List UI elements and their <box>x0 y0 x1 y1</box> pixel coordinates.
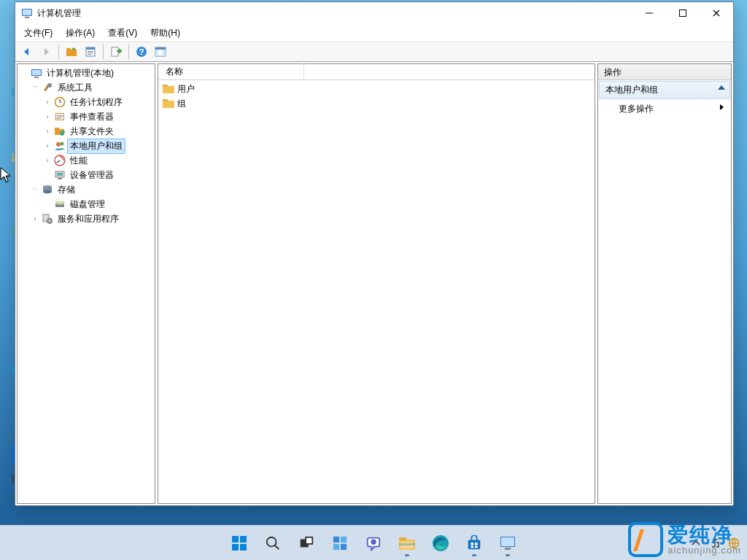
svg-rect-60 <box>341 536 347 542</box>
svg-point-64 <box>371 539 376 544</box>
svg-rect-28 <box>57 118 61 119</box>
svg-rect-4 <box>680 10 686 17</box>
svg-rect-8 <box>86 47 95 50</box>
svg-point-44 <box>55 199 64 202</box>
taskview-button[interactable] <box>292 529 321 558</box>
svg-rect-52 <box>232 536 239 542</box>
computer-mgmt-icon <box>31 67 42 79</box>
column-name[interactable]: 名称 <box>158 63 304 80</box>
tree-root[interactable]: ▸ 计算机管理(本地) <box>18 66 155 80</box>
computer-management-window: 计算机管理 文件(F) 操作(A) 查看(V) 帮助(H) ? <box>15 1 734 506</box>
svg-text:?: ? <box>139 47 144 56</box>
menu-help[interactable]: 帮助(H) <box>144 25 186 42</box>
svg-rect-10 <box>88 52 93 53</box>
svg-rect-54 <box>232 544 239 551</box>
toolbar: ? <box>15 42 733 62</box>
close-button[interactable] <box>700 2 733 24</box>
disk-mgmt-icon <box>54 198 66 210</box>
tree-storage[interactable]: ﹀ 存储 <box>18 182 155 197</box>
column-header-row: 名称 <box>158 64 595 80</box>
tree-disk-mgmt[interactable]: › 磁盘管理 <box>18 197 155 211</box>
svg-rect-16 <box>155 47 166 50</box>
svg-rect-55 <box>240 544 247 551</box>
search-button[interactable] <box>258 529 287 558</box>
tree-system-tools[interactable]: ﹀ 系统工具 <box>18 80 155 95</box>
svg-point-56 <box>267 537 276 546</box>
edge-button[interactable] <box>426 529 455 558</box>
svg-rect-58 <box>306 537 312 543</box>
action-section-title[interactable]: 本地用户和组 <box>599 81 730 99</box>
svg-rect-62 <box>341 543 347 549</box>
list-item-label: 用户 <box>177 83 195 96</box>
svg-point-33 <box>56 142 61 147</box>
svg-rect-3 <box>646 13 653 14</box>
svg-rect-1 <box>23 9 31 15</box>
svg-rect-68 <box>399 543 415 545</box>
svg-rect-72 <box>475 542 478 545</box>
chat-button[interactable] <box>359 529 388 558</box>
event-viewer-icon <box>54 111 66 122</box>
up-button[interactable] <box>63 43 80 61</box>
svg-rect-2 <box>25 17 29 18</box>
watermark: 爱纯净 aichunjing.com <box>628 522 741 557</box>
svg-rect-76 <box>501 537 514 546</box>
shared-folders-icon <box>54 125 66 137</box>
back-button[interactable] <box>18 43 36 61</box>
list-item-groups[interactable]: 组 <box>158 96 595 111</box>
svg-rect-5 <box>66 50 77 56</box>
svg-point-40 <box>43 190 52 193</box>
tree-task-scheduler[interactable]: › 任务计划程序 <box>18 95 155 109</box>
minimize-button[interactable] <box>632 2 666 24</box>
menu-file[interactable]: 文件(F) <box>18 25 58 42</box>
svg-point-32 <box>62 131 65 133</box>
svg-rect-26 <box>57 115 63 116</box>
maximize-button[interactable] <box>666 2 700 24</box>
menu-action[interactable]: 操作(A) <box>60 25 101 42</box>
tree-services-apps[interactable]: › 服务和应用程序 <box>18 211 155 226</box>
svg-rect-12 <box>112 47 118 56</box>
svg-point-34 <box>61 142 64 146</box>
caret-up-icon <box>718 85 725 90</box>
action-pane-header: 操作 <box>598 64 731 80</box>
tree-pane[interactable]: ▸ 计算机管理(本地) ﹀ 系统工具 › 任务计划程序 <box>17 63 155 504</box>
watermark-subtitle: aichunjing.com <box>667 545 741 555</box>
svg-rect-61 <box>333 543 339 549</box>
chevron-right-icon <box>720 104 724 110</box>
titlebar[interactable]: 计算机管理 <box>15 2 733 24</box>
svg-rect-6 <box>66 48 71 50</box>
compmgmt-task-button[interactable] <box>493 529 522 558</box>
content-body[interactable]: 用户 组 <box>158 80 595 503</box>
properties-button[interactable] <box>82 43 99 61</box>
export-button[interactable] <box>107 43 125 61</box>
tree-event-viewer[interactable]: › 事件查看器 <box>18 109 155 124</box>
tree-performance[interactable]: › 性能 <box>18 153 155 168</box>
help-button[interactable]: ? <box>133 43 150 61</box>
store-button[interactable] <box>460 529 489 558</box>
action-more[interactable]: 更多操作 <box>598 100 731 118</box>
svg-rect-51 <box>163 99 168 101</box>
content-pane: 名称 用户 组 <box>158 63 595 504</box>
menu-view[interactable]: 查看(V) <box>102 25 143 42</box>
tree-root-label: 计算机管理(本地) <box>44 66 117 81</box>
svg-rect-21 <box>34 77 39 78</box>
folder-icon <box>163 83 174 95</box>
forward-button[interactable] <box>37 43 55 61</box>
action-pane: 操作 本地用户和组 更多操作 <box>597 63 732 504</box>
tree-local-users-groups[interactable]: › 本地用户和组 <box>18 139 155 153</box>
performance-icon <box>54 155 66 166</box>
svg-rect-27 <box>57 117 63 117</box>
svg-rect-49 <box>163 85 168 87</box>
svg-rect-20 <box>32 70 41 75</box>
start-button[interactable] <box>225 529 254 558</box>
svg-rect-74 <box>475 545 478 548</box>
tree-device-manager[interactable]: › 设备管理器 <box>18 168 155 182</box>
svg-rect-70 <box>468 540 481 549</box>
file-explorer-button[interactable] <box>392 529 422 558</box>
svg-rect-50 <box>163 101 174 108</box>
svg-rect-66 <box>399 537 406 540</box>
svg-rect-18 <box>163 50 166 56</box>
showhide-button[interactable] <box>152 43 169 61</box>
tree-shared-folders[interactable]: › 共享文件夹 <box>18 124 155 139</box>
widgets-button[interactable] <box>325 529 355 558</box>
list-item-users[interactable]: 用户 <box>158 82 595 96</box>
